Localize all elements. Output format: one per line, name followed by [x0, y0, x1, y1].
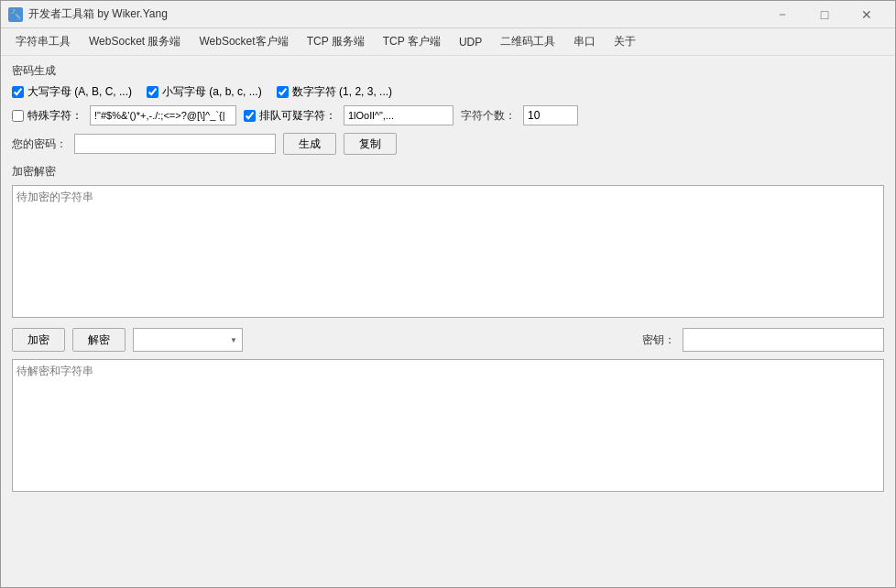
special-label: 特殊字符： — [27, 108, 82, 124]
password-label: 您的密码： — [12, 136, 67, 152]
encrypt-textarea[interactable] — [12, 185, 884, 318]
decrypt-textarea[interactable] — [12, 359, 884, 492]
minimize-button[interactable]: － — [761, 1, 803, 28]
lowercase-checkbox-item[interactable]: 小写字母 (a, b, c, ...) — [147, 84, 262, 100]
generate-button[interactable]: 生成 — [283, 133, 336, 155]
copy-button[interactable]: 复制 — [344, 133, 397, 155]
encrypt-button[interactable]: 加密 — [12, 328, 65, 352]
crypto-controls: 加密 解密 AES DES 3DES RC4 Base64 密钥： — [12, 328, 884, 352]
menu-item-tcp-server[interactable]: TCP 服务端 — [300, 30, 372, 53]
exclude-checkbox-item[interactable]: 排队可疑字符： — [244, 108, 336, 124]
lowercase-label: 小写字母 (a, b, c, ...) — [162, 84, 262, 100]
menu-bar: 字符串工具 WebSocket 服务端 WebSocket客户端 TCP 服务端… — [1, 28, 895, 56]
special-checkbox[interactable] — [12, 110, 24, 122]
title-bar: 🔧 开发者工具箱 by Wiker.Yang － □ ✕ — [1, 1, 895, 28]
main-window: 🔧 开发者工具箱 by Wiker.Yang － □ ✕ 字符串工具 WebSo… — [0, 0, 896, 588]
exclude-chars-input[interactable] — [344, 105, 453, 125]
algo-select-wrapper: AES DES 3DES RC4 Base64 — [133, 328, 243, 352]
maximize-button[interactable]: □ — [803, 1, 846, 28]
title-bar-buttons: － □ ✕ — [761, 1, 888, 28]
lowercase-checkbox[interactable] — [147, 86, 158, 98]
exclude-checkbox[interactable] — [244, 110, 256, 122]
algo-select[interactable]: AES DES 3DES RC4 Base64 — [133, 328, 243, 352]
menu-item-tcp-client[interactable]: TCP 客户端 — [376, 30, 448, 53]
menu-item-websocket-server[interactable]: WebSocket 服务端 — [82, 30, 188, 53]
password-gen-section: 密码生成 大写字母 (A, B, C, ...) 小写字母 (a, b, c, … — [12, 63, 884, 155]
char-count-input[interactable] — [523, 105, 578, 125]
key-input[interactable] — [683, 328, 884, 352]
content-area: 密码生成 大写字母 (A, B, C, ...) 小写字母 (a, b, c, … — [1, 56, 895, 587]
app-icon: 🔧 — [8, 7, 23, 22]
special-row: 特殊字符： 排队可疑字符： 字符个数： — [12, 105, 884, 125]
digits-checkbox-item[interactable]: 数字字符 (1, 2, 3, ...) — [277, 84, 392, 100]
password-gen-title: 密码生成 — [12, 63, 884, 79]
menu-item-about[interactable]: 关于 — [606, 30, 643, 53]
password-row: 您的密码： 生成 复制 — [12, 133, 884, 155]
digits-checkbox[interactable] — [277, 86, 289, 98]
decrypt-button[interactable]: 解密 — [72, 328, 126, 352]
checkbox-row-1: 大写字母 (A, B, C, ...) 小写字母 (a, b, c, ...) … — [12, 84, 884, 100]
digits-label: 数字字符 (1, 2, 3, ...) — [292, 84, 392, 100]
close-button[interactable]: ✕ — [846, 1, 888, 28]
key-label: 密钥： — [642, 332, 675, 348]
uppercase-checkbox[interactable] — [12, 86, 24, 98]
window-title: 开发者工具箱 by Wiker.Yang — [28, 6, 168, 22]
menu-item-serial[interactable]: 串口 — [566, 30, 603, 53]
crypto-title: 加密解密 — [12, 164, 884, 180]
menu-item-websocket-client[interactable]: WebSocket客户端 — [191, 30, 295, 53]
menu-item-string-tool[interactable]: 字符串工具 — [8, 30, 78, 53]
count-label: 字符个数： — [461, 108, 516, 124]
title-bar-left: 🔧 开发者工具箱 by Wiker.Yang — [8, 6, 168, 22]
uppercase-checkbox-item[interactable]: 大写字母 (A, B, C, ...) — [12, 84, 132, 100]
password-display-input[interactable] — [74, 134, 276, 154]
menu-item-udp[interactable]: UDP — [452, 32, 489, 52]
menu-item-qrcode[interactable]: 二维码工具 — [493, 30, 563, 53]
crypto-section: 加密解密 加密 解密 AES DES 3DES RC4 Base64 — [12, 164, 884, 495]
exclude-label: 排队可疑字符： — [259, 108, 336, 124]
special-chars-input[interactable] — [90, 105, 236, 125]
uppercase-label: 大写字母 (A, B, C, ...) — [27, 84, 132, 100]
special-checkbox-item[interactable]: 特殊字符： — [12, 108, 82, 124]
